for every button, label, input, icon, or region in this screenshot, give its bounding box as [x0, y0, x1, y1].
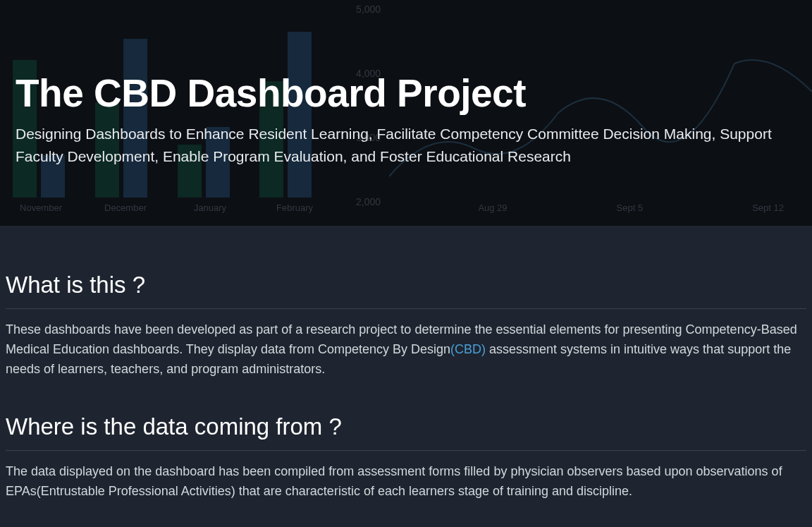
date-label: Sept 5: [617, 202, 644, 213]
content-section: What is this ? These dashboards have bee…: [0, 226, 812, 527]
y-tick: 5,000: [356, 4, 381, 15]
cbd-link[interactable]: (CBD): [450, 342, 486, 356]
month-axis-labels: November December January February: [13, 202, 323, 213]
what-is-this-text: These dashboards have been developed as …: [6, 320, 806, 380]
month-label: December: [97, 202, 154, 213]
y-tick: 2,000: [356, 196, 381, 207]
page-subtitle: Designing Dashboards to Enhance Resident…: [16, 123, 791, 167]
date-label: Aug 29: [478, 202, 507, 213]
where-data-text: The data displayed on the dashboard has …: [6, 462, 806, 502]
month-label: November: [13, 202, 69, 213]
month-label: February: [266, 202, 323, 213]
what-is-this-heading: What is this ?: [6, 272, 806, 309]
month-label: January: [182, 202, 238, 213]
hero-section: November December January February 5,000…: [0, 0, 812, 226]
hero-content: The CBD Dashboard Project Designing Dash…: [16, 14, 796, 167]
date-label: Sept 12: [752, 202, 784, 213]
page-title: The CBD Dashboard Project: [16, 71, 796, 116]
date-axis-labels: Aug 29 Sept 5 Sept 12: [478, 202, 784, 213]
where-data-heading: Where is the data coming from ?: [6, 413, 806, 451]
